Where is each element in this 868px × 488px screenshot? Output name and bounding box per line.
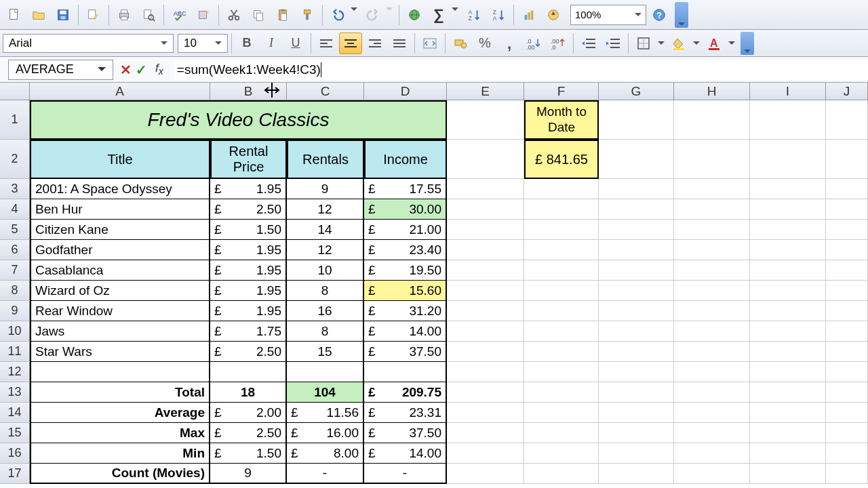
font-color-button[interactable]: A bbox=[703, 33, 726, 54]
cell[interactable]: £2.50 bbox=[210, 199, 287, 220]
cell[interactable]: 18 bbox=[210, 382, 287, 403]
cell[interactable] bbox=[447, 321, 524, 342]
column-header-j[interactable]: J bbox=[826, 83, 868, 100]
column-header-a[interactable]: A bbox=[30, 83, 210, 100]
cell[interactable] bbox=[447, 240, 524, 260]
cell[interactable] bbox=[674, 240, 750, 260]
cell[interactable] bbox=[826, 423, 868, 443]
cell-rentals[interactable]: 10 bbox=[287, 260, 364, 281]
cell[interactable] bbox=[524, 321, 599, 342]
header-income[interactable]: Income bbox=[364, 140, 447, 179]
cell[interactable] bbox=[826, 140, 868, 179]
cell[interactable] bbox=[826, 403, 868, 423]
header-title[interactable]: Title bbox=[30, 140, 210, 179]
cell[interactable]: £2.50 bbox=[210, 423, 287, 443]
open-button[interactable] bbox=[27, 3, 50, 26]
cell[interactable] bbox=[599, 382, 674, 403]
cell[interactable]: £1.95 bbox=[210, 240, 287, 260]
cell[interactable] bbox=[674, 382, 750, 403]
cell[interactable]: £1.50 bbox=[210, 220, 287, 240]
cell-title[interactable]: Wizard of Oz bbox=[30, 281, 210, 301]
cell[interactable] bbox=[599, 199, 674, 220]
cell-total-label[interactable]: Total bbox=[30, 382, 210, 403]
row-header[interactable]: 8 bbox=[0, 281, 30, 301]
cell[interactable]: - bbox=[287, 464, 364, 484]
cell-title[interactable]: Ben Hur bbox=[30, 199, 210, 220]
row-header[interactable]: 17 bbox=[0, 464, 30, 484]
decrease-indent-button[interactable] bbox=[577, 33, 600, 54]
underline-button[interactable]: U bbox=[284, 33, 307, 54]
column-header-i[interactable]: I bbox=[750, 83, 826, 100]
cell[interactable]: £8.00 bbox=[287, 443, 364, 464]
cell[interactable] bbox=[447, 464, 524, 484]
format-paintbrush-button[interactable] bbox=[296, 3, 319, 26]
cell[interactable] bbox=[447, 199, 524, 220]
cell[interactable] bbox=[826, 301, 868, 321]
help-button[interactable]: ? bbox=[648, 3, 671, 26]
cell[interactable] bbox=[826, 342, 868, 362]
cell[interactable] bbox=[674, 342, 750, 362]
cell[interactable] bbox=[447, 443, 524, 464]
cell[interactable]: - bbox=[364, 464, 447, 484]
cell[interactable]: £19.50 bbox=[364, 260, 447, 281]
cell[interactable]: £15.60 bbox=[364, 281, 447, 301]
cell[interactable] bbox=[674, 464, 750, 484]
cell[interactable] bbox=[750, 220, 826, 240]
row-header[interactable]: 10 bbox=[0, 321, 30, 342]
cell-title[interactable]: Rear Window bbox=[30, 301, 210, 321]
toolbar-overflow[interactable] bbox=[675, 2, 688, 28]
cell[interactable] bbox=[599, 240, 674, 260]
cell[interactable] bbox=[826, 240, 868, 260]
borders-button[interactable] bbox=[632, 33, 655, 54]
row-header[interactable]: 14 bbox=[0, 403, 30, 423]
increase-indent-button[interactable] bbox=[601, 33, 625, 54]
cell[interactable] bbox=[674, 260, 750, 281]
undo-dropdown[interactable] bbox=[351, 3, 360, 26]
align-left-button[interactable] bbox=[315, 33, 338, 54]
row-header[interactable]: 12 bbox=[0, 362, 30, 382]
column-header-e[interactable]: E bbox=[447, 83, 524, 100]
column-header-c[interactable]: C bbox=[287, 83, 364, 100]
cell[interactable] bbox=[750, 140, 826, 179]
save-button[interactable] bbox=[52, 3, 75, 26]
cell[interactable] bbox=[599, 301, 674, 321]
cell[interactable] bbox=[524, 362, 599, 382]
toolbar-overflow[interactable] bbox=[741, 32, 754, 55]
cell-title[interactable]: Citizen Kane bbox=[30, 220, 210, 240]
cell[interactable]: £23.40 bbox=[364, 240, 447, 260]
increase-decimal-button[interactable]: .0.00 bbox=[522, 33, 545, 54]
cell[interactable] bbox=[447, 301, 524, 321]
cell[interactable]: 9 bbox=[210, 464, 287, 484]
cell[interactable] bbox=[826, 362, 868, 382]
cell-rentals[interactable]: 12 bbox=[287, 199, 364, 220]
cell[interactable]: £1.50 bbox=[210, 443, 287, 464]
cell[interactable] bbox=[599, 260, 674, 281]
cell[interactable] bbox=[447, 140, 524, 179]
name-box[interactable]: AVERAGE bbox=[8, 60, 113, 80]
cell[interactable] bbox=[599, 179, 674, 199]
cell[interactable] bbox=[524, 443, 599, 464]
cell[interactable] bbox=[826, 443, 868, 464]
redo-dropdown[interactable] bbox=[386, 3, 395, 26]
cell[interactable] bbox=[524, 260, 599, 281]
row-header[interactable]: 2 bbox=[0, 140, 30, 179]
cell[interactable] bbox=[447, 403, 524, 423]
cell[interactable] bbox=[750, 199, 826, 220]
autopilot-button[interactable] bbox=[192, 3, 215, 26]
cell-count-label[interactable]: Count (Movies) bbox=[30, 464, 210, 484]
align-center-button[interactable] bbox=[339, 33, 362, 54]
new-doc-button[interactable] bbox=[3, 3, 26, 26]
row-header[interactable]: 7 bbox=[0, 260, 30, 281]
cell-rentals[interactable]: 16 bbox=[287, 301, 364, 321]
cell-rentals[interactable]: 9 bbox=[287, 179, 364, 199]
column-header-f[interactable]: F bbox=[524, 83, 599, 100]
cell[interactable]: £2.50 bbox=[210, 342, 287, 362]
undo-button[interactable] bbox=[326, 3, 349, 26]
cell[interactable] bbox=[750, 362, 826, 382]
spellcheck-button[interactable]: ABC bbox=[167, 3, 191, 26]
cell[interactable] bbox=[674, 443, 750, 464]
cell[interactable] bbox=[750, 342, 826, 362]
cell[interactable] bbox=[447, 423, 524, 443]
borders-dropdown[interactable] bbox=[656, 33, 666, 54]
cell[interactable]: 104 bbox=[287, 382, 364, 403]
